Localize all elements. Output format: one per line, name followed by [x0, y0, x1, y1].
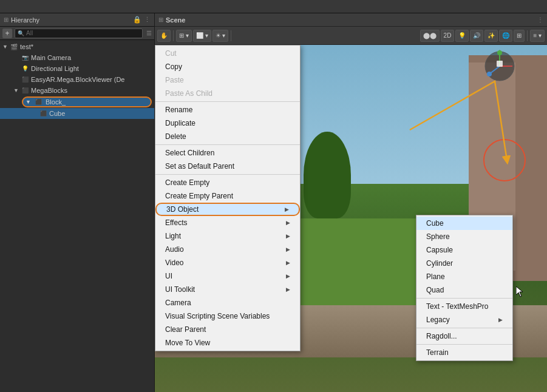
tree-label-cube: Cube	[49, 110, 65, 117]
scene-view[interactable]: Y	[155, 45, 547, 392]
camera-icon-main: 📷	[21, 53, 29, 62]
tree-item-block[interactable]: ▼ ⬛ Block_	[0, 96, 154, 108]
cube-icon-megablocks: ⬛	[21, 86, 29, 95]
hierarchy-options-icon[interactable]: ☰	[146, 30, 152, 36]
hierarchy-grid-icon: ⊞	[4, 16, 8, 23]
scene-options-btn[interactable]: ⊞ ▾	[176, 30, 192, 42]
ctx-3d-arrow: ▶	[285, 206, 289, 212]
svg-point-6	[487, 72, 492, 76]
tree-item-easyar[interactable]: ⬛ EasyAR.Mega.BlockViewer (De	[0, 74, 154, 85]
sub-cube[interactable]: Cube	[416, 217, 512, 230]
ctx-delete[interactable]: Delete	[155, 130, 300, 143]
context-menu: Cut Copy Paste Paste As Child Rename Dup…	[155, 45, 301, 351]
submenu-3d-object: Cube Sphere Capsule Cylinder Plane	[416, 215, 513, 361]
tree-label-light: Directional Light	[31, 65, 79, 72]
ctx-paste[interactable]: Paste	[155, 73, 300, 87]
lighting-btn[interactable]: ☀ ▾	[212, 30, 229, 42]
ctx-audio[interactable]: Audio ▶	[155, 243, 300, 256]
ctx-paste-as-child[interactable]: Paste As Child	[155, 87, 300, 100]
toolbar-sep1	[173, 30, 174, 41]
grid-btn[interactable]: ⊞	[514, 30, 525, 42]
sub-legacy[interactable]: Legacy ▶	[416, 313, 512, 326]
audio-btn[interactable]: 🔊	[470, 30, 483, 42]
ctx-select-children[interactable]: Select Children	[155, 146, 300, 160]
ctx-visual-scripting[interactable]: Visual Scripting Scene Variables	[155, 309, 300, 323]
render-path-btn[interactable]: ⬤⬤	[420, 30, 440, 42]
ctx-set-default-parent[interactable]: Set as Default Parent	[155, 160, 300, 173]
tree-arrow-megablocks: ▼	[13, 87, 21, 93]
cube-icon-easyar: ⬛	[21, 75, 29, 84]
hierarchy-header: ⊞ Hierarchy 🔒 ⋮	[0, 13, 154, 27]
ctx-light-arrow: ▶	[286, 233, 290, 239]
hierarchy-more-icon[interactable]: ⋮	[144, 16, 151, 24]
tree-label-test: test*	[20, 43, 33, 50]
ctx-ui-arrow: ▶	[286, 273, 290, 279]
tree-label-megablocks: MegaBlocks	[31, 87, 67, 94]
hierarchy-toolbar: + 🔍 All ☰	[0, 27, 154, 40]
gizmos-btn[interactable]: ≡ ▾	[530, 30, 545, 42]
ctx-video[interactable]: Video ▶	[155, 256, 300, 269]
scene-header: ⊞ Scene ⋮	[155, 13, 547, 27]
tree-item-main-camera[interactable]: 📷 Main Camera	[0, 52, 154, 63]
tree-label-block: Block_	[46, 98, 66, 106]
sub-terrain[interactable]: Terrain	[416, 346, 512, 359]
tree-label-easyar: EasyAR.Mega.BlockViewer (De	[31, 76, 124, 83]
hierarchy-search[interactable]: 🔍 All	[15, 29, 143, 38]
ctx-create-empty[interactable]: Create Empty	[155, 176, 300, 189]
tree-item-cube[interactable]: ⬛ Cube	[0, 108, 154, 119]
hierarchy-add-button[interactable]: +	[2, 29, 12, 38]
ctx-rename[interactable]: Rename	[155, 103, 300, 117]
ctx-ui-toolkit[interactable]: UI Toolkit ▶	[155, 283, 300, 296]
ctx-create-empty-parent[interactable]: Create Empty Parent	[155, 189, 300, 203]
ctx-ui[interactable]: UI ▶	[155, 269, 300, 283]
fx-btn[interactable]: ✨	[484, 30, 498, 42]
hierarchy-panel: ⊞ Hierarchy 🔒 ⋮ + 🔍 All ☰ ▼ 🎬	[0, 13, 155, 392]
unity-top-bar	[0, 0, 547, 13]
light-icon-dir: 💡	[21, 64, 29, 73]
sub-ragdoll[interactable]: Ragdoll...	[416, 329, 512, 343]
sub-legacy-arrow: ▶	[498, 317, 503, 323]
sub-text-mesh-pro[interactable]: Text - TextMeshPro	[416, 300, 512, 313]
tree-arrow-test: ▼	[2, 44, 10, 50]
mesh-icon-cube: ⬛	[39, 109, 47, 118]
ctx-3d-object[interactable]: 3D Object ▶	[155, 203, 300, 216]
tree-item-megablocks[interactable]: ▼ ⬛ MegaBlocks	[0, 85, 154, 96]
render-mode-btn[interactable]: ⬜ ▾	[193, 30, 211, 42]
hierarchy-tree: ▼ 🎬 test* 📷 Main Camera 💡 Directional Li…	[0, 40, 154, 392]
scene-more-icon[interactable]: ⋮	[537, 16, 543, 23]
sub-sep1	[416, 298, 512, 299]
sub-sep2	[416, 328, 512, 328]
ctx-audio-arrow: ▶	[286, 246, 290, 252]
sub-sep3	[416, 344, 512, 345]
cube-icon-block: ⬛	[34, 98, 42, 106]
sub-plane[interactable]: Plane	[416, 270, 512, 283]
2d-btn[interactable]: 2D	[441, 30, 455, 42]
ctx-ui-toolkit-arrow: ▶	[286, 286, 290, 292]
ctx-copy[interactable]: Copy	[155, 60, 300, 73]
ctx-sep2	[155, 144, 300, 145]
sub-cylinder[interactable]: Cylinder	[416, 257, 512, 270]
toolbar-sep3	[527, 30, 528, 41]
tree-item-test[interactable]: ▼ 🎬 test*	[0, 41, 154, 52]
lighting2-btn[interactable]: 💡	[455, 30, 469, 42]
scene-title: Scene	[166, 16, 185, 24]
ctx-video-arrow: ▶	[286, 260, 290, 266]
ctx-move-to-view[interactable]: Move To View	[155, 336, 300, 350]
sub-sphere[interactable]: Sphere	[416, 230, 512, 243]
sub-capsule[interactable]: Capsule	[416, 243, 512, 257]
ctx-effects[interactable]: Effects ▶	[155, 216, 300, 229]
skybox-btn[interactable]: 🌐	[499, 30, 512, 42]
ctx-light[interactable]: Light ▶	[155, 229, 300, 243]
tree-item-dir-light[interactable]: 💡 Directional Light	[0, 63, 154, 74]
ctx-cut[interactable]: Cut	[155, 47, 300, 60]
scene-icon-test: 🎬	[10, 42, 18, 51]
tree-label-camera: Main Camera	[31, 54, 71, 61]
ctx-clear-parent[interactable]: Clear Parent	[155, 323, 300, 336]
tree-arrow-block: ▼	[25, 99, 33, 105]
sub-quad[interactable]: Quad	[416, 283, 512, 297]
hand-tool-btn[interactable]: ✋	[157, 30, 171, 42]
hierarchy-lock-icon[interactable]: 🔒	[133, 16, 141, 24]
ctx-camera[interactable]: Camera	[155, 296, 300, 309]
svg-text:Y: Y	[498, 50, 501, 52]
ctx-duplicate[interactable]: Duplicate	[155, 117, 300, 130]
